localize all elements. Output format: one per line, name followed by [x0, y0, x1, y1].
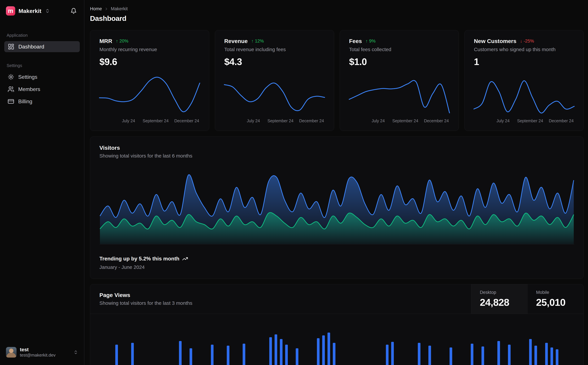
sidebar-item-label: Members: [18, 86, 40, 92]
sidebar-item-label: Settings: [18, 74, 37, 80]
page-views-heading: Page Views Showing total visitors for th…: [90, 284, 471, 314]
bar: [497, 341, 500, 365]
page-views-toggle-desktop[interactable]: Desktop 24,828: [471, 284, 527, 314]
bar: [534, 346, 537, 365]
workspace-selector[interactable]: m Makerkit: [4, 5, 80, 17]
revenue-sparkline-chart: [224, 74, 325, 116]
stat-card-revenue: Revenue ↑ 12% Total revenue including fe…: [215, 30, 334, 131]
visitors-period: January - June 2024: [99, 264, 574, 270]
bar: [386, 345, 388, 365]
user-name: test: [20, 347, 55, 353]
bar: [317, 338, 319, 365]
stat-title: New Customers: [474, 38, 516, 44]
bar: [428, 346, 431, 365]
stat-value: 1: [474, 56, 574, 67]
bar: [131, 343, 134, 365]
stat-title: Revenue: [224, 38, 248, 44]
bar: [190, 348, 192, 365]
axis-tick: September 24: [517, 119, 543, 123]
trend-badge: ↓ -25%: [520, 39, 534, 44]
bar: [115, 345, 118, 365]
bar: [296, 348, 298, 365]
spark-axis-labels: July 24 September 24 December 24: [224, 119, 325, 124]
stat-card-new-customers: New Customers ↓ -25% Customers who signe…: [464, 30, 584, 131]
axis-tick: July 24: [122, 119, 135, 123]
stat-value: $4.3: [224, 56, 325, 67]
bar: [280, 339, 283, 365]
user-menu[interactable]: test test@makerkit.dev: [4, 345, 80, 359]
axis-tick: July 24: [497, 119, 510, 123]
bar: [227, 346, 229, 365]
bar: [471, 344, 473, 365]
trend-value: -25%: [524, 39, 534, 44]
stat-card-fees: Fees ↑ 9% Total fees collected $1.0 July…: [340, 30, 459, 131]
workspace-name: Makerkit: [19, 8, 41, 14]
sidebar: m Makerkit Application Dashboard Setting…: [0, 0, 84, 365]
bar: [211, 345, 214, 365]
trend-up-icon: ↑: [116, 39, 118, 44]
bar: [179, 341, 182, 365]
chevrons-up-down-icon: [45, 8, 50, 14]
axis-tick: July 24: [247, 119, 260, 123]
trend-up-icon: ↑: [251, 39, 254, 44]
bar: [391, 342, 394, 365]
breadcrumb: Home Makerkit: [90, 6, 584, 11]
notifications-bell-icon[interactable]: [69, 7, 78, 15]
sidebar-item-billing[interactable]: Billing: [4, 96, 80, 107]
trend-value: 20%: [119, 39, 128, 44]
stat-value: $1.0: [349, 56, 450, 67]
page-views-title: Page Views: [99, 292, 462, 298]
trend-up-icon: ↑: [366, 39, 368, 44]
chevrons-up-down-icon: [73, 350, 78, 355]
new-customers-sparkline-chart: [474, 74, 574, 116]
sidebar-item-members[interactable]: Members: [4, 84, 80, 95]
trending-up-icon: [182, 256, 188, 262]
toggle-label: Mobile: [536, 290, 575, 295]
sidebar-item-label: Billing: [18, 98, 32, 105]
spark-axis-labels: July 24 September 24 December 24: [474, 119, 574, 124]
stat-subtitle: Customers who signed up this month: [474, 47, 574, 52]
axis-tick: September 24: [392, 119, 418, 123]
bar: [556, 349, 558, 365]
bar: [322, 335, 325, 365]
spark-axis-labels: July 24 September 24 December 24: [349, 119, 450, 124]
breadcrumb-home-link[interactable]: Home: [90, 6, 102, 11]
sidebar-item-settings[interactable]: Settings: [4, 71, 80, 82]
stat-card-mrr: MRR ↑ 20% Monthly recurring revenue $9.6…: [90, 30, 209, 131]
main-content: Home Makerkit Dashboard MRR ↑ 20% Monthl…: [84, 0, 588, 365]
page-title: Dashboard: [90, 14, 584, 22]
bar: [275, 334, 277, 365]
visitors-subtitle: Showing total visitors for the last 6 mo…: [99, 153, 574, 159]
toggle-value: 25,010: [536, 297, 575, 308]
axis-tick: December 24: [424, 119, 449, 123]
stat-value: $9.6: [99, 56, 200, 67]
bar: [333, 343, 335, 365]
bar: [418, 343, 421, 365]
stat-subtitle: Total revenue including fees: [224, 47, 325, 52]
trend-value: 9%: [369, 39, 376, 44]
page-views-toggle-mobile[interactable]: Mobile 25,010: [527, 284, 583, 314]
chevron-right-icon: [104, 7, 109, 11]
axis-tick: July 24: [372, 119, 385, 123]
bar: [508, 345, 511, 365]
users-icon: [8, 86, 14, 92]
makerkit-logo: m: [6, 6, 15, 15]
bar: [243, 344, 245, 365]
axis-tick: December 24: [174, 119, 199, 123]
page-views-bar-chart: [99, 317, 574, 365]
stat-subtitle: Monthly recurring revenue: [99, 47, 200, 52]
bar: [450, 347, 452, 365]
user-email: test@makerkit.dev: [20, 353, 55, 358]
page-views-header: Page Views Showing total visitors for th…: [90, 284, 583, 314]
page-views-subtitle: Showing total visitors for the last 3 mo…: [99, 300, 462, 306]
visitors-area-chart: [99, 170, 574, 244]
gear-icon: [8, 74, 14, 80]
bar: [529, 339, 532, 365]
fees-sparkline-chart: [349, 74, 450, 116]
axis-tick: September 24: [143, 119, 169, 123]
sidebar-item-dashboard[interactable]: Dashboard: [4, 41, 80, 52]
visitors-card: Visitors Showing total visitors for the …: [90, 136, 584, 279]
stat-title: MRR: [99, 38, 112, 44]
mrr-sparkline-chart: [99, 74, 200, 116]
stat-title: Fees: [349, 38, 362, 44]
